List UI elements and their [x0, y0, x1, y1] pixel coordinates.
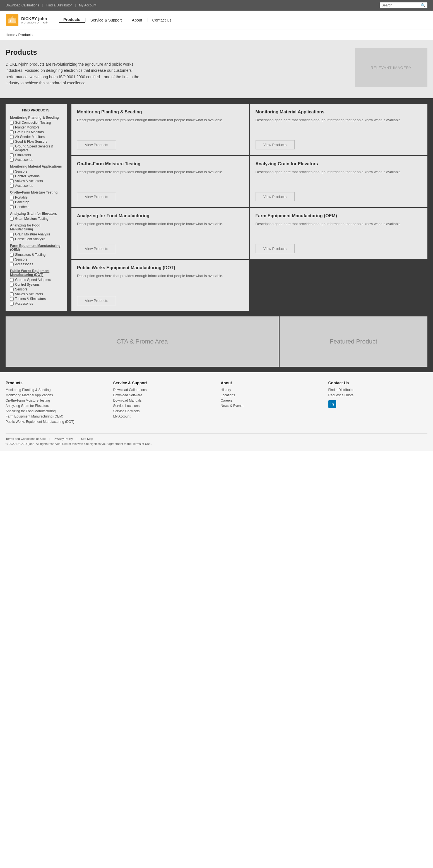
sidebar-category-1[interactable]: Monitoring Material Applications: [10, 164, 63, 168]
footer-link[interactable]: Locations: [221, 393, 320, 397]
product-title-6: Public Works Equipment Manufacturing (DO…: [77, 265, 243, 270]
footer-link[interactable]: Public Works Equipment Manufacturing (DO…: [6, 420, 105, 424]
view-products-button-2[interactable]: View Products: [77, 192, 116, 202]
nav-contact[interactable]: Contact Us: [148, 18, 176, 22]
footer-link[interactable]: Service Contracts: [113, 409, 212, 413]
footer-columns: Products Monitoring Planting & Seeding M…: [6, 381, 427, 425]
footer-link[interactable]: Download Calibrations: [113, 388, 212, 392]
checkbox-seed-flow[interactable]: [10, 140, 14, 144]
footer-link[interactable]: Analyzing for Food Manufacturing: [6, 409, 105, 413]
logo-text: DICKEY-john: [21, 16, 48, 21]
view-products-button-1[interactable]: View Products: [256, 140, 295, 149]
footer-link[interactable]: Request a Quote: [328, 393, 428, 397]
checkbox-accessories-6[interactable]: [10, 302, 14, 306]
footer-link[interactable]: Find a Distributor: [328, 388, 428, 392]
view-products-button-0[interactable]: View Products: [77, 140, 116, 149]
view-products-button-6[interactable]: View Products: [77, 296, 116, 305]
download-calibrations-link[interactable]: Download Calibrations: [6, 3, 39, 7]
product-card-4: Analyzing for Food Manufacturing Descrip…: [71, 208, 249, 259]
footer-link[interactable]: Farm Equipment Manufacturing (OEM): [6, 414, 105, 418]
footer-link[interactable]: History: [221, 388, 320, 392]
checkbox-simulators-testing[interactable]: [10, 253, 14, 257]
search-input[interactable]: [382, 3, 421, 7]
find-distributor-link[interactable]: Find a Distributor: [46, 3, 72, 7]
footer-link[interactable]: On-the-Farm Moisture Testing: [6, 399, 105, 402]
logo-icon: DJ: [6, 13, 19, 27]
linkedin-icon[interactable]: in: [328, 400, 336, 408]
privacy-policy-link[interactable]: Privacy Policy: [54, 437, 73, 440]
sidebar-category-4[interactable]: Analyzing for Food Manufacturing: [10, 223, 63, 231]
checkbox-simulators-0[interactable]: [10, 153, 14, 157]
nav-about[interactable]: About: [128, 18, 147, 22]
product-title-3: Analyzing Grain for Elevators: [256, 161, 422, 166]
list-item: Accessories: [10, 158, 63, 162]
sidebar-category-0[interactable]: Monitoring Planting & Seeding: [10, 116, 63, 120]
checkbox-benchtop[interactable]: [10, 200, 14, 204]
footer-link[interactable]: News & Events: [221, 404, 320, 408]
footer-link[interactable]: Download Software: [113, 393, 212, 397]
checkbox-portable[interactable]: [10, 196, 14, 199]
checkbox-accessories-5[interactable]: [10, 262, 14, 266]
search-box[interactable]: 🔍: [380, 2, 427, 8]
checkbox-constituent[interactable]: [10, 238, 14, 241]
page-title: Products: [6, 48, 349, 57]
sidebar-category-6[interactable]: Public Works Equipment Manufacturing (DO…: [10, 269, 63, 277]
breadcrumb-home[interactable]: Home: [6, 33, 15, 37]
sidebar-category-2[interactable]: On-the-Farm Moisture Testing: [10, 190, 63, 194]
product-desc-0: Description goes here that provides enou…: [77, 117, 243, 137]
product-card-1: Monitoring Material Applications Descrip…: [250, 104, 428, 155]
view-products-button-5[interactable]: View Products: [256, 244, 295, 253]
checkbox-planter-monitors[interactable]: [10, 126, 14, 129]
footer-about-title: About: [221, 381, 320, 385]
checkbox-control-systems-1[interactable]: [10, 175, 14, 178]
checkbox-grain-moisture[interactable]: [10, 217, 14, 221]
checkbox-testers-6[interactable]: [10, 297, 14, 301]
product-card-0: Monitoring Planting & Seeding Descriptio…: [71, 104, 249, 155]
checkbox-valves-1[interactable]: [10, 179, 14, 183]
checkbox-sensors-1[interactable]: [10, 170, 14, 174]
hero-section: Products DICKEY-john products are revolu…: [0, 40, 433, 98]
checkbox-valves-6[interactable]: [10, 292, 14, 296]
terms-of-use-link[interactable]: Terms of Use: [132, 442, 151, 445]
site-map-link[interactable]: Site Map: [81, 437, 93, 440]
checkbox-accessories-0[interactable]: [10, 158, 14, 162]
checkbox-ground-speed-6[interactable]: [10, 278, 14, 282]
checkbox-handheld[interactable]: [10, 205, 14, 209]
nav-products[interactable]: Products: [59, 17, 85, 23]
breadcrumb: Home / Products: [0, 30, 433, 40]
view-products-button-4[interactable]: View Products: [77, 244, 116, 253]
checkbox-sensors-5[interactable]: [10, 258, 14, 261]
footer-link[interactable]: Monitoring Material Applications: [6, 393, 105, 397]
checkbox-grain-moisture-analysis[interactable]: [10, 232, 14, 236]
footer-link[interactable]: Analyzing Grain for Elevators: [6, 404, 105, 408]
list-item: Seed & Flow Sensors: [10, 140, 63, 144]
nav-service-support[interactable]: Service & Support: [86, 18, 126, 22]
terms-conditions-link[interactable]: Terms and Conditions of Sale: [6, 437, 46, 440]
my-account-link[interactable]: My Account: [79, 3, 96, 7]
footer-link[interactable]: Monitoring Planting & Seeding: [6, 388, 105, 392]
checkbox-sensors-6[interactable]: [10, 288, 14, 291]
checkbox-soil-compaction[interactable]: [10, 121, 14, 125]
footer-link[interactable]: Careers: [221, 399, 320, 402]
sidebar-category-3[interactable]: Analyzing Grain for Elevators: [10, 212, 63, 216]
product-title-5: Farm Equipment Manufacturing (OEM): [256, 213, 422, 218]
list-item: Soil Compaction Testing: [10, 121, 63, 125]
checkbox-ground-speed[interactable]: [10, 147, 14, 150]
footer-link[interactable]: My Account: [113, 414, 212, 418]
footer-link[interactable]: Download Manuals: [113, 399, 212, 402]
sidebar: FIND PRODUCTS: Monitoring Planting & See…: [6, 104, 67, 311]
product-desc-5: Description goes here that provides enou…: [256, 221, 422, 241]
checkbox-air-seeder[interactable]: [10, 135, 14, 139]
sidebar-category-5[interactable]: Farm Equipment Manufacturing (OEM): [10, 244, 63, 252]
footer-link[interactable]: Service Locations: [113, 404, 212, 408]
footer-copyright: © 2020 DICKEY-john. All rights reserved.…: [6, 442, 427, 445]
cta-section: CTA & Promo Area Featured Product: [0, 316, 433, 372]
view-products-button-3[interactable]: View Products: [256, 192, 295, 202]
cta-box: CTA & Promo Area: [6, 316, 279, 367]
checkbox-control-systems-6[interactable]: [10, 283, 14, 286]
top-bar-links: Download Calibrations | Find a Distribut…: [6, 3, 98, 7]
checkbox-accessories-1[interactable]: [10, 184, 14, 188]
checkbox-grain-drill[interactable]: [10, 130, 14, 134]
list-item: Grain Drill Monitors: [10, 130, 63, 134]
svg-text:DJ: DJ: [10, 19, 14, 23]
